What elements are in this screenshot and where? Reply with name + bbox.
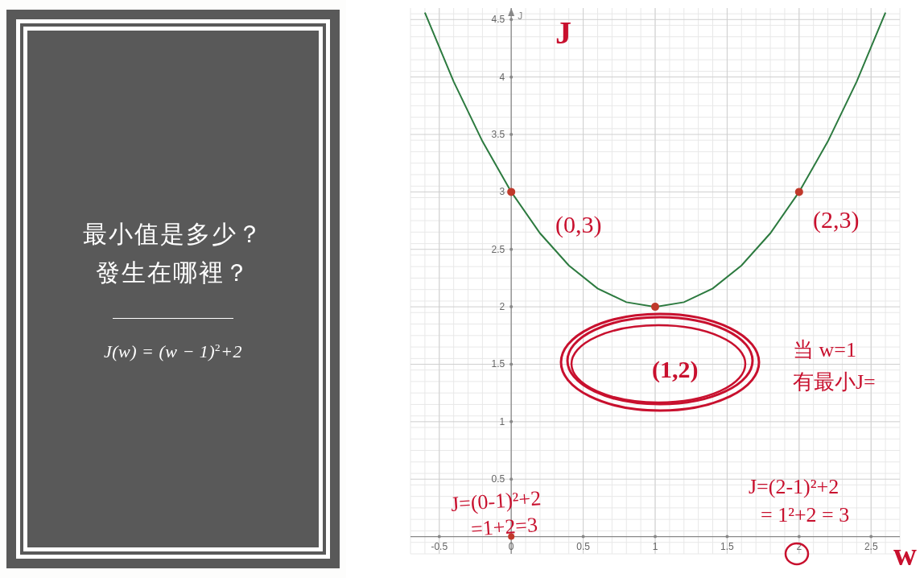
svg-point-137 <box>795 188 803 196</box>
annot-circle-w2 <box>781 541 813 573</box>
svg-point-129 <box>509 133 513 136</box>
svg-point-119 <box>509 420 513 423</box>
annot-circle-vertex <box>547 298 773 427</box>
cost-function-formula: J(w) = (w − 1)2+2 <box>104 341 242 362</box>
annot-calc-right-l2: = 1²+2 = 3 <box>761 503 849 527</box>
svg-text:3: 3 <box>499 186 505 197</box>
annot-min-J: 有最小J= <box>793 370 876 394</box>
svg-text:2.5: 2.5 <box>491 244 505 255</box>
card-divider <box>113 318 233 319</box>
svg-text:0.5: 0.5 <box>491 473 505 485</box>
svg-point-135 <box>507 188 515 196</box>
svg-text:4.5: 4.5 <box>491 14 505 25</box>
annot-point-2-3: (2,3) <box>813 206 859 234</box>
svg-text:3.5: 3.5 <box>491 129 505 140</box>
annot-when-w: 当 w=1 <box>793 338 856 362</box>
question-line-2: 發生在哪裡？ <box>96 254 250 292</box>
svg-text:J: J <box>518 10 522 22</box>
svg-point-133 <box>509 18 513 21</box>
annot-w-axis-label: w <box>893 536 917 573</box>
svg-text:2.5: 2.5 <box>864 541 878 552</box>
annot-calc-right-l1: J=(2-1)²+2 <box>749 475 839 499</box>
question-card: 最小值是多少？ 發生在哪裡？ J(w) = (w − 1)2+2 <box>16 19 330 559</box>
annot-point-0-3: (0,3) <box>555 211 601 239</box>
svg-point-117 <box>509 477 513 481</box>
annot-calc-left-l2: =1+2=3 <box>470 513 538 542</box>
svg-text:1: 1 <box>653 541 658 552</box>
question-line-1: 最小值是多少？ <box>83 215 263 254</box>
svg-point-123 <box>509 305 513 308</box>
svg-text:-0.5: -0.5 <box>431 541 448 552</box>
question-panel: 最小值是多少？ 發生在哪裡？ J(w) = (w − 1)2+2 <box>0 0 346 578</box>
svg-text:2: 2 <box>499 301 505 312</box>
chart-panel: -0.500.511.522.50.511.522.533.544.5J J (… <box>346 0 924 578</box>
svg-point-121 <box>509 362 513 365</box>
svg-point-142 <box>786 543 808 564</box>
svg-marker-101 <box>508 8 514 16</box>
svg-text:0: 0 <box>509 541 514 552</box>
svg-point-113 <box>798 535 801 539</box>
svg-point-115 <box>869 535 872 539</box>
svg-text:1.5: 1.5 <box>491 358 505 370</box>
svg-point-107 <box>582 535 585 539</box>
svg-point-109 <box>654 535 657 539</box>
svg-point-139 <box>561 314 759 411</box>
svg-point-131 <box>509 76 513 79</box>
svg-text:1: 1 <box>499 416 505 427</box>
svg-point-125 <box>509 248 513 251</box>
svg-point-141 <box>571 325 745 403</box>
svg-text:1.5: 1.5 <box>720 541 734 552</box>
svg-point-111 <box>725 535 728 539</box>
svg-text:4: 4 <box>499 72 505 83</box>
svg-text:0.5: 0.5 <box>576 541 590 552</box>
annot-J-axis-label: J <box>555 14 571 52</box>
svg-point-103 <box>438 535 441 539</box>
